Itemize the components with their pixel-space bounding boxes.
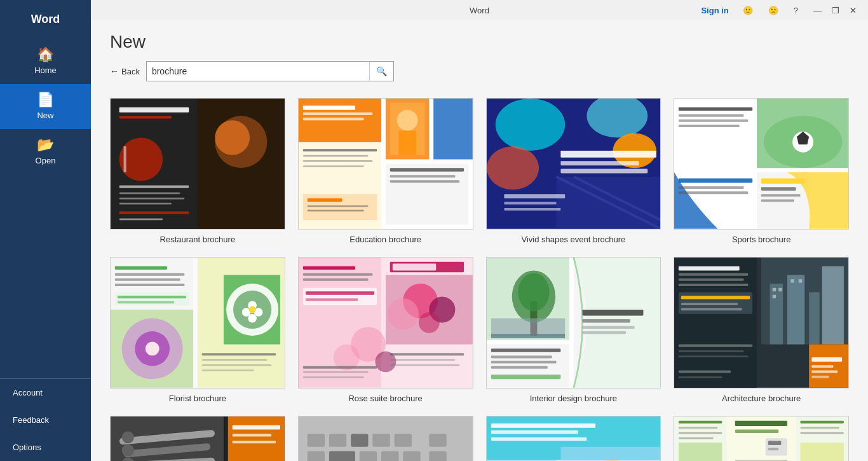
back-button[interactable]: ← Back (110, 64, 140, 79)
template-architecture[interactable]: Architecture brochure (674, 257, 849, 403)
svg-point-177 (122, 444, 134, 456)
svg-point-43 (487, 146, 539, 189)
svg-rect-31 (303, 149, 377, 151)
svg-rect-48 (504, 194, 565, 198)
template-keyboard-thumb (298, 416, 473, 461)
template-vivid-thumb (486, 98, 661, 230)
sidebar-item-options[interactable]: Options (0, 434, 91, 461)
sidebar-item-open[interactable]: 📂 Open (0, 129, 91, 174)
svg-point-26 (397, 110, 417, 131)
svg-rect-162 (812, 370, 838, 373)
template-vivid[interactable]: Vivid shapes event brochure (486, 98, 661, 244)
template-newsletter[interactable]: Newsletter brochure (674, 416, 849, 461)
svg-rect-47 (560, 169, 648, 174)
smiley-button[interactable]: 🙂 (738, 0, 758, 20)
svg-rect-115 (390, 353, 463, 355)
template-tools[interactable]: Tools brochure (110, 416, 285, 461)
template-keyboard[interactable]: Keyboard brochure (298, 416, 473, 461)
sad-button[interactable]: 🙁 (763, 0, 783, 20)
svg-rect-194 (372, 434, 390, 446)
svg-rect-100 (303, 273, 373, 275)
template-baby[interactable]: Baby brochure (486, 416, 661, 461)
sidebar-item-feedback[interactable]: Feedback (0, 406, 91, 434)
svg-rect-191 (307, 434, 324, 446)
template-sports[interactable]: Sports brochure (674, 98, 849, 244)
template-tools-thumb (110, 416, 285, 461)
svg-rect-154 (773, 288, 776, 291)
svg-rect-200 (403, 451, 420, 461)
sidebar-item-home[interactable]: 🏠 Home (0, 39, 91, 84)
account-label: Account (13, 388, 43, 397)
svg-rect-67 (761, 199, 794, 202)
svg-rect-164 (679, 344, 752, 347)
template-interior-label: Interior design brochure (530, 394, 617, 403)
svg-rect-179 (228, 416, 285, 461)
help-button[interactable]: ? (789, 0, 803, 20)
template-florist[interactable]: Florist brochure (110, 257, 285, 403)
svg-rect-120 (303, 376, 364, 378)
svg-rect-134 (491, 348, 560, 352)
back-arrow-icon: ← (110, 66, 119, 76)
sign-in-button[interactable]: Sign in (697, 4, 732, 17)
svg-rect-150 (770, 284, 783, 345)
svg-rect-23 (433, 99, 473, 160)
svg-rect-148 (681, 308, 742, 310)
template-florist-thumb (110, 257, 285, 389)
svg-rect-29 (390, 175, 455, 177)
svg-rect-38 (307, 210, 363, 212)
close-button[interactable]: ✕ (844, 0, 862, 20)
svg-rect-46 (560, 161, 639, 165)
svg-point-40 (495, 99, 565, 151)
svg-point-110 (387, 298, 418, 329)
svg-rect-17 (299, 99, 381, 142)
titlebar-app-name: Word (470, 6, 489, 15)
svg-rect-140 (674, 258, 757, 388)
svg-rect-69 (679, 186, 744, 189)
svg-rect-101 (303, 279, 369, 281)
template-newsletter-thumb (674, 416, 849, 461)
svg-rect-147 (681, 303, 738, 305)
svg-rect-255 (801, 443, 844, 461)
svg-rect-126 (491, 318, 564, 335)
svg-rect-93 (202, 369, 254, 371)
svg-point-89 (249, 306, 256, 313)
restore-icon: ❐ (832, 6, 839, 15)
template-restaurant-thumb (110, 98, 285, 230)
svg-point-111 (419, 312, 440, 333)
svg-rect-180 (233, 425, 280, 429)
svg-rect-34 (303, 165, 364, 167)
minimize-icon: — (813, 6, 822, 15)
template-education-label: Education brochure (349, 235, 421, 244)
svg-point-176 (122, 431, 134, 443)
sidebar-item-new[interactable]: 📄 New (0, 84, 91, 129)
svg-rect-165 (679, 350, 744, 352)
sidebar-nav: 🏠 Home 📄 New 📂 Open (0, 39, 91, 378)
svg-rect-28 (390, 168, 463, 171)
minimize-button[interactable]: — (808, 0, 827, 20)
svg-rect-157 (791, 279, 794, 282)
svg-rect-57 (679, 125, 740, 127)
template-sports-thumb (674, 98, 849, 230)
restore-button[interactable]: ❐ (827, 0, 844, 20)
sidebar-item-open-label: Open (36, 156, 56, 165)
svg-rect-45 (560, 151, 656, 158)
svg-rect-252 (801, 420, 844, 423)
svg-rect-32 (303, 155, 369, 157)
svg-rect-24 (386, 163, 468, 224)
svg-rect-182 (233, 441, 276, 443)
svg-rect-166 (679, 355, 749, 357)
template-interior[interactable]: Interior design brochure (486, 257, 661, 403)
svg-rect-146 (681, 296, 750, 299)
main-header: New ← Back 🔍 (91, 20, 868, 88)
search-button[interactable]: 🔍 (369, 62, 393, 81)
template-education[interactable]: Education brochure (298, 98, 473, 244)
svg-rect-96 (118, 301, 174, 303)
search-input[interactable] (147, 66, 369, 76)
sidebar-item-account[interactable]: Account (0, 379, 91, 406)
svg-rect-106 (393, 263, 436, 270)
svg-rect-13 (119, 212, 189, 214)
template-restaurant[interactable]: Restaurant brochure (110, 98, 285, 244)
template-rose[interactable]: Rose suite brochure (298, 257, 473, 403)
sidebar-item-home-label: Home (34, 65, 57, 75)
svg-rect-239 (679, 437, 714, 439)
